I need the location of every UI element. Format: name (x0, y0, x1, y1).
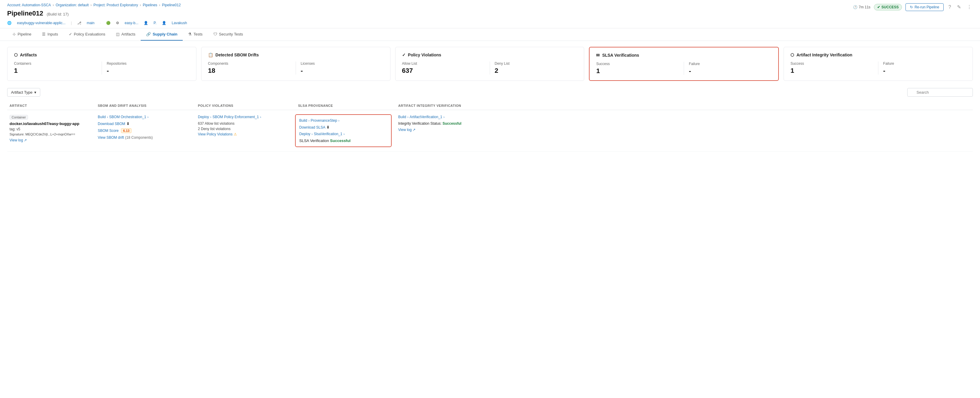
app-name[interactable]: easy-b... (124, 21, 138, 25)
edit-button[interactable]: ✎ (956, 3, 962, 11)
tab-security-tests[interactable]: 🛡 Security Tests (208, 28, 248, 41)
branch-link[interactable]: main (87, 21, 94, 25)
licenses-metric: Licenses - (301, 61, 383, 75)
artifact-view-log-link[interactable]: View log ↗ (10, 138, 27, 142)
integrity-cell: Build › ArtifactVerification_1 › Integri… (396, 115, 973, 132)
col-slsa: SLSA PROVENANCE (296, 104, 391, 107)
containers-metric: Containers 1 (14, 61, 97, 75)
col-artifact: ARTIFACT (7, 104, 91, 107)
allow-list-violations: 637 Allow list violations (198, 121, 288, 126)
deploy-slsa-link[interactable]: Deploy (299, 132, 310, 136)
external-link-icon: ↗ (24, 138, 27, 142)
tab-artifacts[interactable]: ◫ Artifacts (111, 28, 141, 41)
user2-link[interactable]: Lavakush (172, 21, 187, 25)
slsa-success-metric: Success 1 (596, 62, 679, 75)
integrity-failure-metric: Failure - (883, 61, 966, 75)
tab-tests[interactable]: ⚗ Tests (183, 28, 208, 41)
download-icon: ⬇ (126, 121, 130, 126)
slsa-verification-link[interactable]: SlsaVerification_1 (314, 132, 342, 136)
pipeline-tab-icon: ⊹ (13, 32, 16, 37)
sbom-orchestration-link[interactable]: SBOM Orchestration_1 (109, 115, 146, 119)
breadcrumb-sep-3: › (140, 3, 141, 7)
tab-inputs[interactable]: ☰ Inputs (37, 28, 63, 41)
col-sbom: SBOM AND DRIFT ANALYSIS (95, 104, 191, 107)
deny-list-metric: Deny List 2 (495, 61, 578, 75)
check-icon: ✔ (877, 5, 880, 9)
integrity-view-log-link[interactable]: View log ↗ (398, 128, 415, 132)
security-tests-tab-icon: 🛡 (213, 32, 217, 37)
user-icon-1: 👤 (144, 21, 148, 25)
more-button[interactable]: ⋮ (966, 3, 973, 11)
breadcrumb-pipelines[interactable]: Pipelines (143, 3, 158, 7)
circle-icon: 🟢 (106, 21, 111, 25)
build-artifact-verification-link[interactable]: Build (398, 115, 406, 119)
supply-chain-tab-icon: 🔗 (146, 32, 151, 37)
artifact-type-dropdown[interactable]: Artifact Type ▾ (7, 88, 40, 97)
artifacts-tab-icon: ◫ (116, 32, 119, 37)
integrity-external-link-icon: ↗ (412, 128, 415, 132)
globe-icon: 🌐 (7, 21, 12, 25)
download-slsa-link[interactable]: Download SLSA (299, 125, 325, 129)
slsa-card-icon: ✉ (596, 53, 600, 58)
policy-enforcement-link[interactable]: SBOM Policy Enforcement_1 (213, 115, 259, 119)
view-sbom-drift-link[interactable]: View SBOM drift (98, 136, 124, 140)
components-metric: Components 18 (208, 61, 291, 75)
artifacts-card-icon: ⬡ (14, 53, 18, 57)
chevron-down-icon: ▾ (34, 90, 37, 94)
download-sbom-link[interactable]: Download SBOM (98, 122, 125, 126)
deploy-policy-link[interactable]: Deploy (198, 115, 209, 119)
breadcrumb-sep-1: › (53, 3, 54, 7)
sbom-score-badge: 6.13 (121, 128, 132, 133)
tab-policy-evaluations[interactable]: ✓ Policy Evaluations (64, 28, 111, 41)
help-button[interactable]: ? (947, 3, 952, 11)
breadcrumb-project[interactable]: Project: Product Exploratory (94, 3, 138, 7)
tab-pipeline[interactable]: ⊹ Pipeline (7, 28, 37, 41)
provenance-step-link[interactable]: ProvenanceStep (310, 118, 337, 123)
tab-supply-chain[interactable]: 🔗 Supply Chain (141, 28, 183, 41)
tab-bar: ⊹ Pipeline ☰ Inputs ✓ Policy Evaluations… (0, 28, 980, 41)
app-link[interactable]: easybuggy-vulnerable-applic... (17, 21, 65, 25)
inputs-tab-icon: ☰ (42, 32, 46, 37)
artifact-verification-link[interactable]: ArtifactVerification_1 (409, 115, 442, 119)
build-provenance-link[interactable]: Build (299, 118, 307, 123)
col-integrity: ARTIFACT INTEGRITY VERIFICATION (396, 104, 973, 107)
artifact-cell: Container docker.io/lavakush07/easy-bugg… (7, 115, 91, 142)
status-badge: ✔ SUCCESS (874, 4, 902, 10)
build-id: (Build Id: 17) (47, 12, 69, 16)
repositories-metric: Repositories - (107, 61, 189, 75)
slsa-failure-metric: Failure - (689, 62, 772, 75)
breadcrumb-pipeline[interactable]: Pipeline012 (162, 3, 181, 7)
view-policy-violations-link[interactable]: View Policy Violations ⚠ (198, 132, 288, 136)
deny-list-violations: 2 Deny list violations (198, 127, 288, 131)
integrity-card-icon: ⬡ (791, 53, 794, 57)
sbom-card-icon: 📋 (208, 53, 213, 57)
policy-card-icon: ✓ (402, 53, 406, 57)
breadcrumb-account[interactable]: Account: Automation-SSCA (7, 3, 51, 7)
pipeline-timer: 🕐 7m 11s (853, 5, 870, 9)
slsa-download-icon: ⬇ (326, 125, 330, 129)
breadcrumb-sep-4: › (159, 3, 160, 7)
table-row: Container docker.io/lavakush07/easy-bugg… (7, 110, 973, 152)
col-policy: POLICY VIOLATIONS (196, 104, 291, 107)
tests-tab-icon: ⚗ (188, 32, 192, 37)
artifact-integrity-card: ⬡ Artifact Integrity Verification Succes… (784, 47, 973, 81)
sbom-drifts-card: 📋 Detected SBOM Drifts Components 18 Lic… (201, 47, 390, 81)
warning-icon: ⚠ (234, 132, 237, 136)
sbom-score-label[interactable]: SBOM Score (98, 129, 119, 133)
artifact-type-badge: Container (10, 115, 28, 120)
artifact-signature: Signature: MEQCICde2Vjl...L+2+mqnOXw== (10, 133, 88, 136)
build-sbom-link[interactable]: Build (98, 115, 106, 119)
slsa-status: SLSA Verification Successful (299, 138, 387, 143)
breadcrumb-org[interactable]: Organization: default (56, 3, 89, 7)
summary-cards: ⬡ Artifacts Containers 1 Repositories - … (7, 47, 973, 81)
search-input[interactable] (907, 88, 973, 97)
breadcrumb: Account: Automation-SSCA › Organization:… (0, 0, 980, 8)
artifact-name: docker.io/lavakush07/easy-buggy-app (10, 121, 88, 126)
rerun-pipeline-button[interactable]: ↻ Re-run Pipeline (905, 3, 943, 11)
artifacts-card: ⬡ Artifacts Containers 1 Repositories - (7, 47, 196, 81)
page-title: Pipeline012 (7, 10, 43, 17)
branch-icon: ⎇ (77, 21, 81, 25)
user1-link[interactable]: P. (153, 21, 156, 25)
artifact-tag-line: tag: v5 (10, 127, 88, 131)
refresh-icon: ↻ (910, 5, 913, 9)
